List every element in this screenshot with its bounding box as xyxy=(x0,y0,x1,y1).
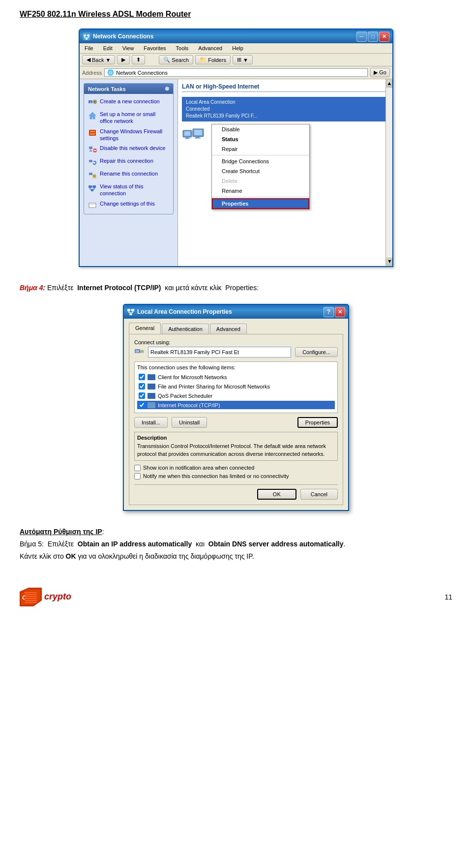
dialog-icon xyxy=(127,308,135,316)
ctx-bridge[interactable]: Bridge Connections xyxy=(212,156,309,166)
tab-authentication[interactable]: Authentication xyxy=(162,324,209,334)
adapter-icon xyxy=(134,347,144,357)
svg-rect-45 xyxy=(131,309,134,311)
check-item-printer[interactable]: File and Printer Sharing for Microsoft N… xyxy=(137,382,335,390)
svg-rect-1 xyxy=(87,34,89,36)
sidebar-item-view-status[interactable]: View status of this connection xyxy=(87,181,171,199)
sidebar-item-change-settings[interactable]: Change settings of this xyxy=(87,199,171,211)
sidebar-item-home-network[interactable]: Set up a home or small office network xyxy=(87,109,171,126)
adapter-input[interactable] xyxy=(148,347,291,358)
sidebar-item-firewall[interactable]: Change Windows Firewall settings xyxy=(87,126,171,144)
scrollbar[interactable]: ▲ ▼ xyxy=(385,79,392,266)
dialog-cancel-button[interactable]: Cancel xyxy=(300,489,338,500)
menu-tools[interactable]: Tools xyxy=(174,44,191,52)
folders-button[interactable]: 📁 Folders xyxy=(195,55,231,64)
menu-edit[interactable]: Edit xyxy=(101,44,115,52)
dialog-titlebar-left: Local Area Connection Properties xyxy=(127,308,232,316)
svg-text:C: C xyxy=(22,595,27,600)
svg-rect-41 xyxy=(196,137,200,138)
views-button[interactable]: ⊞ ▼ xyxy=(233,55,253,64)
connect-using-group: Connect using: Configur xyxy=(134,339,338,358)
back-arrow-icon: ◀ xyxy=(87,57,90,63)
page-number: 11 xyxy=(444,593,452,601)
tcpip-icon xyxy=(148,402,155,408)
dialog-content: General Authentication Advanced Connect … xyxy=(124,319,348,510)
adapter-row: Configure... xyxy=(134,347,338,358)
dialog-ok-button[interactable]: OK xyxy=(257,489,296,500)
ctx-repair[interactable]: Repair xyxy=(212,144,309,154)
menu-advanced[interactable]: Advanced xyxy=(196,44,225,52)
search-icon: 🔍 xyxy=(163,57,170,63)
checkbox-tcpip[interactable] xyxy=(139,402,145,408)
check-item-client[interactable]: Client for Microsoft Networks xyxy=(137,373,335,381)
maximize-button[interactable]: □ xyxy=(368,31,378,42)
menu-favorites[interactable]: Favorites xyxy=(141,44,168,52)
checkbox-printer[interactable] xyxy=(139,383,145,389)
menu-file[interactable]: File xyxy=(82,44,96,52)
go-arrow-icon: ▶ xyxy=(374,69,378,75)
page-footer: C crypto 11 xyxy=(20,583,452,606)
address-icon: 🌐 xyxy=(107,69,114,76)
uninstall-button[interactable]: Uninstall xyxy=(172,417,207,428)
ctx-disable[interactable]: Disable xyxy=(212,124,309,134)
menu-view[interactable]: View xyxy=(120,44,137,52)
svg-rect-0 xyxy=(84,34,86,36)
address-input[interactable]: 🌐 Network Connections xyxy=(104,68,368,77)
checkbox-qos[interactable] xyxy=(139,392,145,399)
step5-paragraph: Βήμα 5: Επιλέξτε Obtain an IP address au… xyxy=(20,538,452,550)
svg-rect-22 xyxy=(89,173,92,175)
sidebar-item-repair[interactable]: Repair this connection xyxy=(87,156,171,169)
item-properties-button[interactable]: Properties xyxy=(297,417,338,428)
checkbox-client[interactable] xyxy=(139,374,145,380)
svg-rect-21 xyxy=(89,160,92,162)
close-button[interactable]: ✕ xyxy=(379,31,389,42)
dialog-close-button[interactable]: ✕ xyxy=(335,307,345,317)
checkbox-section: Show icon in notification area when conn… xyxy=(134,465,338,479)
go-button[interactable]: ▶ Go xyxy=(370,68,390,77)
ok-instruction: Κάντε κλίκ στο OK για να ολοκληρωθεί η δ… xyxy=(20,550,452,563)
dialog-help-button[interactable]: ? xyxy=(324,307,334,317)
svg-rect-27 xyxy=(92,185,96,188)
address-bar: Address 🌐 Network Connections ▶ Go xyxy=(80,66,392,79)
show-icon-checkbox[interactable] xyxy=(134,465,141,471)
sidebar-items: Create a new connection Set up a home or… xyxy=(84,94,173,214)
install-button[interactable]: Install... xyxy=(134,417,168,428)
back-button[interactable]: ◀ Back ▼ xyxy=(82,55,115,64)
tab-advanced[interactable]: Advanced xyxy=(210,324,247,334)
configure-button[interactable]: Configure... xyxy=(295,347,338,357)
check-item-tcpip[interactable]: Internet Protocol (TCP/IP) xyxy=(137,401,335,409)
back-dropdown-icon: ▼ xyxy=(105,57,111,63)
firewall-icon xyxy=(88,128,97,138)
svg-rect-18 xyxy=(89,150,92,151)
menubar: File Edit View Favorites Tools Advanced … xyxy=(80,43,392,54)
sidebar-item-create[interactable]: Create a new connection xyxy=(87,96,171,109)
check-item-qos[interactable]: QoS Packet Scheduler xyxy=(137,391,335,400)
dialog-tabs: General Authentication Advanced xyxy=(129,324,343,334)
minimize-button[interactable]: ─ xyxy=(356,31,367,42)
ctx-properties[interactable]: Properties xyxy=(212,198,309,209)
ctx-rename[interactable]: Rename xyxy=(212,186,309,196)
ctx-delete[interactable]: Delete xyxy=(212,176,309,186)
menu-help[interactable]: Help xyxy=(230,44,246,52)
svg-rect-42 xyxy=(195,138,201,139)
svg-rect-37 xyxy=(186,137,189,138)
forward-button[interactable]: ▶ xyxy=(117,55,130,64)
up-button[interactable]: ⬆ xyxy=(132,55,145,64)
tab-general[interactable]: General xyxy=(129,323,161,334)
client-icon xyxy=(148,374,155,380)
auto-ip-section: Αυτόματη Ρύθμιση της IP: Βήμα 5: Επιλέξτ… xyxy=(20,526,452,563)
qos-icon xyxy=(148,393,155,399)
sidebar-item-rename[interactable]: Rename this connection xyxy=(87,169,171,181)
notify-checkbox[interactable] xyxy=(134,473,141,479)
views-dropdown-icon: ▼ xyxy=(243,57,248,63)
network-tasks-header: Network Tasks ⊗ xyxy=(84,84,173,94)
svg-rect-13 xyxy=(89,130,96,136)
sidebar-item-disable[interactable]: Disable this network device xyxy=(87,143,171,156)
ctx-status[interactable]: Status xyxy=(212,134,309,144)
svg-rect-38 xyxy=(185,138,190,139)
ctx-sep2 xyxy=(212,197,309,197)
ctx-shortcut[interactable]: Create Shortcut xyxy=(212,166,309,176)
collapse-icon[interactable]: ⊗ xyxy=(165,86,169,92)
search-button[interactable]: 🔍 Search xyxy=(159,55,193,64)
view-status-icon xyxy=(88,183,97,193)
